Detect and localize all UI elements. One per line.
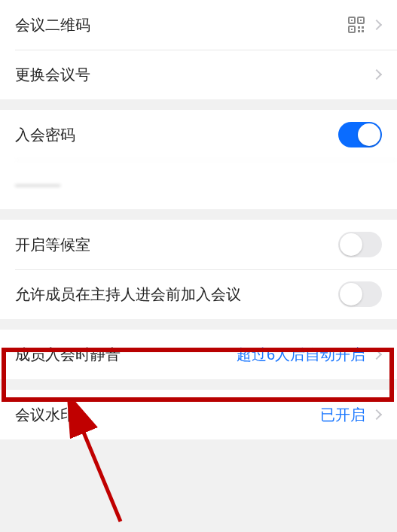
toggle-waiting-room[interactable] [338, 232, 382, 257]
row-join-password: 入会密码 [0, 110, 397, 160]
row-change-meeting-number[interactable]: 更换会议号 [0, 50, 397, 99]
label-mute-on-join: 成员入会时静音 [15, 345, 121, 365]
svg-rect-7 [362, 26, 364, 29]
label-waiting-room: 开启等候室 [15, 235, 90, 255]
toggle-join-password[interactable] [338, 122, 382, 147]
row-right: 已开启 [320, 405, 382, 425]
row-join-before-host: 允许成员在主持人进会前加入会议 [0, 269, 397, 319]
row-meeting-qrcode[interactable]: 会议二维码 [0, 0, 397, 50]
label-join-before-host: 允许成员在主持人进会前加入会议 [15, 284, 241, 305]
chevron-right-icon [371, 20, 382, 30]
row-mute-on-join[interactable]: 成员入会时静音 超过6人后自动开启 [0, 330, 397, 379]
toggle-join-before-host[interactable] [338, 281, 382, 307]
row-waiting-room: 开启等候室 [0, 220, 397, 269]
value-watermark: 已开启 [320, 405, 365, 425]
label-join-password: 入会密码 [15, 125, 75, 145]
label-watermark: 会议水印 [15, 405, 75, 425]
svg-rect-8 [358, 30, 360, 32]
row-right [373, 71, 382, 78]
qrcode-icon [347, 16, 365, 34]
chevron-right-icon [371, 69, 382, 80]
row-hidden: ——— [0, 160, 397, 209]
svg-rect-6 [358, 26, 360, 29]
chevron-right-icon [371, 349, 382, 360]
label-qrcode: 会议二维码 [15, 15, 90, 35]
value-mute-on-join: 超过6人后自动开启 [237, 345, 365, 365]
row-right: 超过6人后自动开启 [237, 345, 382, 365]
svg-rect-9 [362, 30, 364, 32]
svg-rect-3 [351, 20, 353, 21]
svg-rect-4 [360, 20, 362, 21]
toggle-knob [340, 283, 362, 306]
svg-rect-5 [351, 29, 353, 30]
label-hidden: ——— [15, 176, 60, 193]
row-right [347, 16, 382, 34]
row-meeting-watermark[interactable]: 会议水印 已开启 [0, 390, 397, 439]
toggle-knob [340, 233, 362, 256]
toggle-knob [358, 123, 380, 146]
chevron-right-icon [371, 409, 382, 420]
label-change-number: 更换会议号 [15, 65, 90, 85]
